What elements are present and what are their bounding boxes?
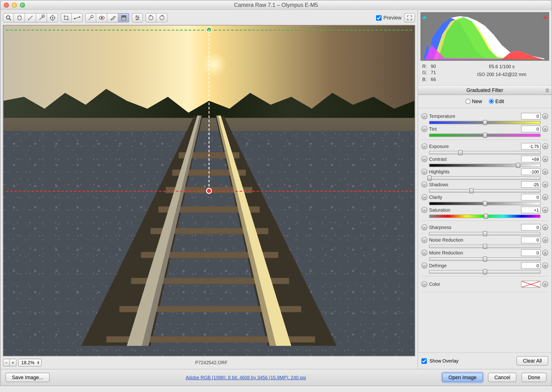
sharpness-input[interactable] [521, 224, 541, 231]
clear-all-button[interactable]: Clear All [517, 356, 548, 365]
saturation-input[interactable] [521, 207, 541, 214]
contrast-slider[interactable] [429, 164, 540, 167]
highlights-knob[interactable] [427, 175, 432, 181]
tint-input[interactable] [521, 126, 541, 133]
zoom-in-button[interactable]: + [10, 359, 17, 366]
clarity-knob[interactable] [483, 201, 487, 206]
color-minus[interactable]: − [421, 281, 427, 287]
rotate-ccw-button[interactable] [145, 13, 156, 22]
shadows-plus[interactable]: + [542, 182, 548, 188]
rotate-cw-button[interactable] [157, 13, 167, 22]
highlight-clip-indicator[interactable] [543, 14, 548, 19]
done-button[interactable]: Done [522, 373, 546, 382]
histogram[interactable] [421, 12, 549, 61]
exposure-input[interactable] [521, 143, 541, 150]
noise-knob[interactable] [483, 244, 487, 249]
temperature-minus[interactable]: − [421, 113, 427, 119]
moire-input[interactable] [521, 249, 541, 256]
crop-tool[interactable] [61, 13, 71, 22]
mode-new[interactable]: New [466, 98, 482, 104]
tint-minus[interactable]: − [421, 126, 427, 132]
workflow-link[interactable]: Adobe RGB (1998); 8 bit; 4608 by 3456 (1… [186, 375, 306, 380]
graduated-filter-tool[interactable] [118, 13, 129, 22]
shadow-clip-indicator[interactable] [422, 14, 427, 19]
exposure-plus[interactable]: + [542, 143, 548, 149]
exposure-minus[interactable]: − [421, 143, 427, 149]
color-swatch[interactable] [521, 281, 541, 288]
moire-knob[interactable] [483, 257, 487, 262]
adjustment-brush-tool[interactable] [107, 13, 118, 22]
gradient-end-handle[interactable] [206, 188, 212, 194]
minimize-button[interactable] [12, 2, 17, 7]
white-balance-tool[interactable] [25, 13, 36, 22]
cancel-button[interactable]: Cancel [488, 373, 516, 382]
image-preview[interactable] [3, 25, 415, 356]
sharpness-plus[interactable]: + [542, 224, 548, 231]
close-button[interactable] [4, 2, 9, 7]
mode-edit[interactable]: Edit [489, 98, 504, 104]
contrast-knob[interactable] [516, 163, 520, 168]
saturation-minus[interactable]: − [421, 207, 427, 213]
shadows-input[interactable] [521, 181, 541, 188]
sharpness-knob[interactable] [483, 231, 487, 236]
zoom-button[interactable] [20, 2, 25, 7]
temperature-input[interactable] [521, 113, 541, 120]
contrast-input[interactable] [521, 156, 541, 162]
tint-slider[interactable] [429, 134, 540, 137]
contrast-plus[interactable]: + [542, 156, 548, 162]
noise-minus[interactable]: − [421, 237, 427, 243]
spot-removal-tool[interactable] [85, 13, 96, 22]
open-image-button[interactable]: Open Image [442, 373, 483, 382]
straighten-tool[interactable] [72, 13, 83, 22]
preview-checkbox-input[interactable] [376, 15, 382, 21]
noise-plus[interactable]: + [542, 237, 548, 243]
color-plus[interactable]: + [542, 281, 548, 287]
defringe-minus[interactable]: − [421, 263, 427, 268]
show-overlay-checkbox[interactable] [421, 358, 427, 364]
shadows-minus[interactable]: − [421, 182, 427, 188]
saturation-slider[interactable] [429, 215, 540, 218]
preview-checkbox[interactable]: Preview [376, 15, 402, 21]
defringe-plus[interactable]: + [542, 263, 548, 268]
highlights-minus[interactable]: − [421, 169, 427, 175]
fullscreen-button[interactable] [404, 13, 415, 22]
defringe-input[interactable] [521, 262, 541, 269]
zoom-select[interactable]: 18.2% [18, 359, 42, 366]
contrast-minus[interactable]: − [421, 156, 427, 162]
highlights-input[interactable] [521, 168, 541, 175]
temperature-slider[interactable] [429, 121, 540, 124]
tint-knob[interactable] [483, 133, 487, 138]
clarity-plus[interactable]: + [542, 194, 548, 200]
highlights-slider[interactable] [429, 176, 540, 180]
moire-plus[interactable]: + [542, 250, 548, 256]
red-eye-tool[interactable] [96, 13, 107, 22]
sharpness-minus[interactable]: − [421, 224, 427, 231]
zoom-out-button[interactable]: − [3, 359, 10, 366]
preferences-button[interactable] [132, 13, 143, 22]
hand-tool[interactable] [14, 13, 25, 22]
highlights-plus[interactable]: + [542, 169, 548, 175]
saturation-plus[interactable]: + [542, 207, 548, 213]
noise-slider[interactable] [429, 245, 540, 248]
targeted-adjustment-tool[interactable] [47, 13, 58, 22]
sharpness-slider[interactable] [429, 232, 540, 235]
noise-input[interactable] [521, 237, 541, 244]
shadows-knob[interactable] [469, 189, 474, 193]
exposure-knob[interactable] [458, 150, 463, 155]
save-image-button[interactable]: Save Image... [6, 373, 50, 382]
defringe-slider[interactable] [429, 270, 540, 273]
clarity-minus[interactable]: − [421, 194, 427, 200]
moire-slider[interactable] [429, 258, 540, 261]
tint-plus[interactable]: + [542, 126, 548, 132]
clarity-slider[interactable] [429, 202, 540, 205]
defringe-knob[interactable] [483, 269, 487, 274]
exposure-slider[interactable] [429, 151, 540, 154]
gradient-axis-line[interactable] [208, 30, 209, 190]
clarity-input[interactable] [521, 194, 541, 201]
color-sampler-tool[interactable] [36, 13, 47, 22]
zoom-tool[interactable] [3, 13, 14, 22]
shadows-slider[interactable] [429, 189, 540, 192]
panel-menu-icon[interactable]: ☰ [545, 88, 549, 93]
temperature-knob[interactable] [483, 120, 487, 125]
moire-minus[interactable]: − [421, 250, 427, 256]
